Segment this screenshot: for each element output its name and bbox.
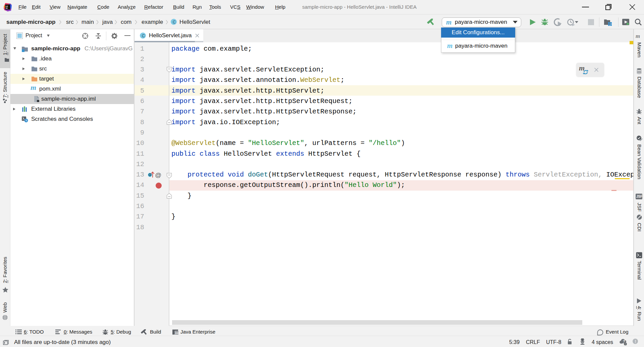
svg-text:IJ: IJ — [6, 5, 8, 8]
svg-text:?: ? — [623, 339, 625, 343]
svg-text:EE: EE — [175, 332, 178, 335]
